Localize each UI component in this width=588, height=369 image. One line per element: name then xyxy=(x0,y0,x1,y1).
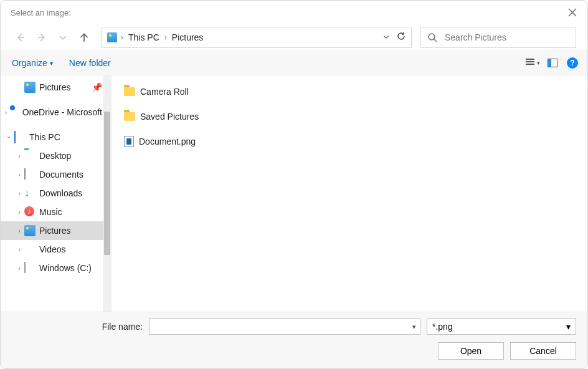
search-box[interactable] xyxy=(420,27,576,48)
chevron-down-icon xyxy=(382,33,390,41)
expand-chevron[interactable]: › xyxy=(14,264,24,272)
tree-onedrive[interactable]: › OneDrive - Microsoft xyxy=(1,103,111,122)
file-name: Saved Pictures xyxy=(140,112,199,122)
tree-label: Windows (C:) xyxy=(39,263,92,273)
body: Pictures 📌 › OneDrive - Microsoft › This… xyxy=(1,75,587,312)
organize-menu[interactable]: Organize ▾ xyxy=(12,58,53,68)
pictures-icon xyxy=(24,225,36,236)
nav-row: › This PC › Pictures xyxy=(1,24,587,50)
layout-icon xyxy=(548,59,557,67)
help-button[interactable]: ? xyxy=(565,55,580,70)
chevron-down-icon: ▾ xyxy=(537,60,540,66)
chevron-down-icon: ▾ xyxy=(50,60,53,67)
list-item-file[interactable]: Document.png xyxy=(124,132,575,151)
arrow-up-icon xyxy=(78,32,90,43)
tree-label: Pictures xyxy=(39,82,71,92)
drive-icon xyxy=(24,262,26,273)
address-bar[interactable]: › This PC › Pictures xyxy=(102,27,412,48)
tree-windows-c[interactable]: › Windows (C:) xyxy=(1,259,111,277)
recent-locations-button[interactable] xyxy=(54,29,72,46)
tree-desktop[interactable]: › Desktop xyxy=(1,146,111,165)
tree-label: Desktop xyxy=(39,151,71,161)
tree-label: Music xyxy=(39,207,62,217)
chevron-down-icon[interactable]: ▾ xyxy=(566,322,571,332)
cancel-button[interactable]: Cancel xyxy=(510,342,576,360)
tree-label: Documents xyxy=(39,170,83,180)
svg-point-4 xyxy=(429,34,435,40)
expand-chevron[interactable]: › xyxy=(14,208,24,216)
list-item-folder[interactable]: Saved Pictures xyxy=(124,107,575,127)
arrow-right-icon xyxy=(37,32,47,42)
close-button[interactable] xyxy=(567,7,577,17)
breadcrumb-separator: › xyxy=(121,33,123,42)
expand-chevron[interactable]: › xyxy=(14,189,24,197)
new-folder-button[interactable]: New folder xyxy=(69,58,111,68)
preview-pane-button[interactable] xyxy=(545,55,560,70)
collapse-chevron[interactable]: › xyxy=(6,132,13,142)
pin-icon: 📌 xyxy=(92,82,102,92)
cancel-label: Cancel xyxy=(529,346,557,356)
pictures-icon xyxy=(107,32,117,42)
list-item-folder[interactable]: Camera Roll xyxy=(124,82,575,102)
tree-downloads[interactable]: › ↓ Downloads xyxy=(1,184,111,203)
tree-documents[interactable]: › Documents xyxy=(1,165,111,184)
filename-label: File name: xyxy=(12,322,143,332)
view-menu[interactable]: ▾ xyxy=(525,55,540,70)
tree-pictures-quick[interactable]: Pictures 📌 xyxy=(1,78,111,97)
image-file-icon xyxy=(124,136,134,147)
expand-chevron[interactable]: › xyxy=(14,246,24,253)
breadcrumb-separator: › xyxy=(164,33,167,42)
svg-line-5 xyxy=(434,39,437,42)
file-name: Camera Roll xyxy=(140,87,189,97)
window-title: Select an image: xyxy=(11,8,71,17)
tree-label: This PC xyxy=(29,132,60,142)
file-type-filter[interactable]: *.png ▾ xyxy=(427,319,576,335)
help-icon: ? xyxy=(567,57,578,69)
file-list[interactable]: Camera Roll Saved Pictures Document.png xyxy=(111,75,587,312)
forward-button[interactable] xyxy=(33,29,50,46)
tree-this-pc[interactable]: › This PC xyxy=(1,128,111,146)
monitor-icon xyxy=(14,131,16,142)
file-open-dialog: Select an image: › This PC › Pictures xyxy=(0,0,588,369)
close-icon xyxy=(567,7,577,17)
expand-chevron[interactable]: › xyxy=(14,227,24,234)
expand-chevron[interactable]: › xyxy=(14,171,24,178)
toolbar: Organize ▾ New folder ▾ ? xyxy=(1,50,587,75)
chevron-down-icon[interactable]: ▾ xyxy=(412,323,416,331)
nav-tree[interactable]: Pictures 📌 › OneDrive - Microsoft › This… xyxy=(1,75,111,312)
scrollbar-thumb[interactable] xyxy=(104,112,110,255)
music-icon: ♪ xyxy=(24,206,34,216)
filename-input[interactable]: ▾ xyxy=(149,319,420,335)
breadcrumb-this-pc[interactable]: This PC xyxy=(128,32,159,42)
tree-label: Videos xyxy=(39,244,66,254)
tree-pictures[interactable]: › Pictures xyxy=(1,221,111,240)
open-button[interactable]: Open xyxy=(438,342,504,360)
breadcrumb-pictures[interactable]: Pictures xyxy=(172,32,204,42)
list-view-icon xyxy=(526,59,534,67)
tree-music[interactable]: › ♪ Music xyxy=(1,203,111,221)
back-button[interactable] xyxy=(12,29,29,46)
tree-label: Pictures xyxy=(39,226,71,236)
refresh-button[interactable] xyxy=(396,31,406,44)
address-dropdown[interactable] xyxy=(382,32,390,43)
folder-icon xyxy=(124,112,135,121)
document-icon xyxy=(24,168,26,180)
folder-icon xyxy=(124,87,135,96)
pictures-icon xyxy=(24,82,36,93)
file-name: Document.png xyxy=(139,137,196,146)
footer: File name: ▾ *.png ▾ Open Cancel xyxy=(1,312,587,368)
tree-videos[interactable]: › Videos xyxy=(1,240,111,259)
title-bar: Select an image: xyxy=(1,1,587,24)
arrow-left-icon xyxy=(16,32,26,42)
search-icon xyxy=(427,32,437,42)
expand-chevron[interactable]: › xyxy=(14,152,24,160)
chevron-down-icon xyxy=(58,32,68,42)
organize-label: Organize xyxy=(12,58,47,68)
refresh-icon xyxy=(396,31,406,41)
up-button[interactable] xyxy=(75,29,93,46)
open-label: Open xyxy=(460,346,481,356)
filter-value: *.png xyxy=(432,322,453,332)
tree-label: Downloads xyxy=(39,188,82,198)
search-input[interactable] xyxy=(443,32,569,43)
new-folder-label: New folder xyxy=(69,58,111,68)
